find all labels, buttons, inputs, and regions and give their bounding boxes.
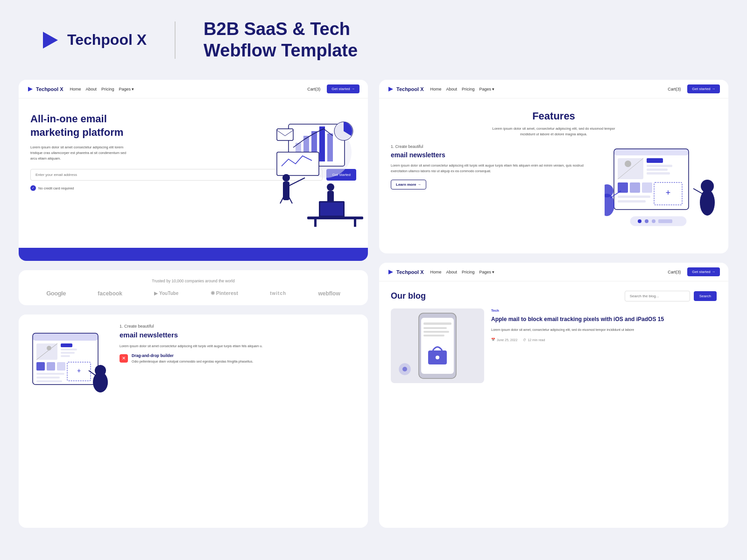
svg-rect-77 xyxy=(423,327,447,329)
facebook-logo: facebook xyxy=(98,290,122,297)
svg-rect-39 xyxy=(36,377,60,378)
nav-pricing[interactable]: Pricing xyxy=(101,87,114,91)
feature-left-card: + 1. Create beautiful email newsle xyxy=(19,315,368,528)
svg-rect-32 xyxy=(61,355,70,357)
svg-rect-20 xyxy=(320,203,343,216)
svg-rect-38 xyxy=(36,373,64,375)
svg-rect-54 xyxy=(647,172,670,175)
learn-more-btn[interactable]: Learn more → xyxy=(391,180,426,189)
nav-pages-rt[interactable]: Pages ▾ xyxy=(479,87,495,91)
nav-logo-icon-rt xyxy=(388,86,394,92)
feature-item-title: email newsletters xyxy=(391,151,598,159)
left-column: Techpool X Home About Pricing Pages ▾ Ca… xyxy=(19,80,368,528)
feature-sub-title: Drag-and-drop builder xyxy=(132,353,253,358)
nav-about[interactable]: About xyxy=(85,87,97,91)
pinterest-logo: ❋ Pinterest xyxy=(211,290,238,296)
calendar-icon: 📅 xyxy=(491,338,495,342)
svg-rect-10 xyxy=(277,129,293,140)
svg-point-28 xyxy=(47,346,51,350)
feature-sub-icon: ✕ xyxy=(120,354,128,363)
svg-marker-73 xyxy=(388,270,393,274)
svg-rect-61 xyxy=(618,200,646,203)
svg-rect-79 xyxy=(423,335,444,336)
top-tagline: B2B SaaS & Tech Webflow Template xyxy=(204,19,358,61)
hero-section: All-in-one email marketing platform Lore… xyxy=(19,98,368,248)
nav-pages-rb[interactable]: Pages ▾ xyxy=(479,270,495,274)
svg-rect-31 xyxy=(61,352,75,354)
navbar-right-top: Techpool X Home About Pricing Pages ▾ Ca… xyxy=(379,80,728,98)
feature-left-content: 1. Create beautiful email newsletters Lo… xyxy=(120,324,359,364)
svg-rect-11 xyxy=(277,152,319,175)
blog-title: Our blog xyxy=(391,291,426,301)
hero-check-icon: ✓ xyxy=(30,185,36,191)
twitch-logo: twitch xyxy=(270,291,286,296)
blog-header: Our blog Search xyxy=(379,281,728,308)
svg-point-81 xyxy=(436,356,439,359)
nav-pricing-rt[interactable]: Pricing xyxy=(462,87,475,91)
nav-cart-left[interactable]: Cart(3) xyxy=(307,87,320,91)
svg-rect-29 xyxy=(61,343,72,347)
nav-home[interactable]: Home xyxy=(70,87,81,91)
nav-links-right-bottom[interactable]: Home About Pricing Pages ▾ xyxy=(430,270,661,274)
trusted-card: Trusted by 10,000 companies around the w… xyxy=(19,270,368,305)
nav-links-right-top[interactable]: Home About Pricing Pages ▾ xyxy=(430,87,661,91)
svg-point-49 xyxy=(625,161,631,167)
blog-search-btn[interactable]: Search xyxy=(694,291,717,301)
top-logo-icon xyxy=(37,28,62,52)
nav-about-rb[interactable]: About xyxy=(446,270,457,274)
blog-content: Tech Apple mail to block email tracking … xyxy=(491,308,717,383)
nav-cart-rt[interactable]: Cart(3) xyxy=(668,87,681,91)
nav-logo-icon-rb xyxy=(388,269,394,275)
nav-logo-right-bottom: Techpool X xyxy=(388,269,423,275)
svg-rect-25 xyxy=(33,333,98,341)
blog-search-input[interactable] xyxy=(625,291,690,301)
nav-about-rt[interactable]: About xyxy=(446,87,457,91)
svg-rect-57 xyxy=(642,182,652,193)
svg-marker-45 xyxy=(388,87,393,91)
nav-home-rb[interactable]: Home xyxy=(430,270,441,274)
svg-point-17 xyxy=(327,183,334,191)
blog-body: Tech Apple mail to block email tracking … xyxy=(379,308,728,392)
trusted-logos: Google facebook ▶ YouTube ❋ Pinterest tw… xyxy=(30,290,356,297)
blog-search-row: Search xyxy=(625,291,717,301)
right-column: Techpool X Home About Pricing Pages ▾ Ca… xyxy=(379,80,728,528)
nav-cta-rb[interactable]: Get started → xyxy=(687,267,720,276)
features-right-illustration: + xyxy=(605,144,717,239)
nav-pricing-rb[interactable]: Pricing xyxy=(462,270,475,274)
svg-rect-76 xyxy=(423,322,451,325)
nav-home-rt[interactable]: Home xyxy=(430,87,441,91)
google-logo: Google xyxy=(46,290,66,297)
svg-point-83 xyxy=(402,367,407,371)
svg-rect-55 xyxy=(618,182,628,193)
right-top-card: Techpool X Home About Pricing Pages ▾ Ca… xyxy=(379,80,728,253)
svg-rect-34 xyxy=(47,362,55,371)
blog-post-desc: Lorem ipsum dolor sit amet, consectetur … xyxy=(491,327,717,332)
nav-logo-left: Techpool X xyxy=(27,86,63,92)
svg-rect-8 xyxy=(327,133,333,161)
nav-logo-right-top: Techpool X xyxy=(388,86,423,92)
feature-sub-content: Drag-and-drop builder Odio pellentesque … xyxy=(132,353,253,364)
blog-read-time: ⏱ 12 min read xyxy=(523,338,545,342)
blue-stripe xyxy=(19,247,368,261)
nav-pages[interactable]: Pages ▾ xyxy=(119,87,134,91)
svg-rect-35 xyxy=(57,362,65,371)
youtube-logo: ▶ YouTube xyxy=(154,291,178,296)
nav-cart-rb[interactable]: Cart(3) xyxy=(668,270,681,274)
svg-rect-40 xyxy=(36,380,62,382)
svg-rect-72 xyxy=(658,219,672,223)
nav-cta-rt[interactable]: Get started → xyxy=(687,84,720,93)
svg-rect-47 xyxy=(614,149,689,155)
svg-rect-30 xyxy=(61,349,77,350)
blog-meta: 📅 June 25, 2022 ⏱ 12 min read xyxy=(491,338,717,342)
svg-point-69 xyxy=(638,219,641,223)
nav-links-left[interactable]: Home About Pricing Pages ▾ xyxy=(70,87,301,91)
feature-num: 1. Create beautiful xyxy=(120,324,359,329)
feature-title: email newsletters xyxy=(120,330,359,340)
svg-point-12 xyxy=(282,174,290,182)
svg-marker-1 xyxy=(28,87,33,91)
nav-cta-left[interactable]: Get started → xyxy=(327,84,359,93)
blog-post-title: Apple mail to block email tracking pixel… xyxy=(491,315,717,323)
feature-item-num: 1. Create beautiful xyxy=(391,144,598,149)
top-logo-text: Techpool X xyxy=(67,31,147,49)
hero-desc: Lorem ipsum dolor sit amet consectetur a… xyxy=(30,145,133,161)
